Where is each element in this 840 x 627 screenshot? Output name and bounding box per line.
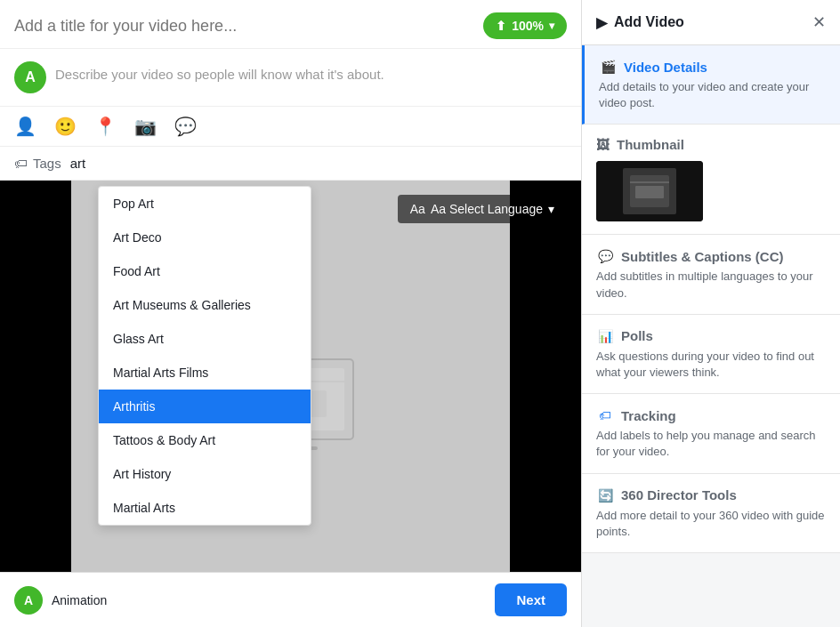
360-tools-icon: 🔄: [596, 486, 614, 504]
upload-button[interactable]: ⬆ 100% ▾: [483, 12, 567, 39]
thumbnail-image[interactable]: [596, 161, 703, 221]
tracking-icon: 🏷: [596, 406, 614, 424]
dropdown-item[interactable]: Martial Arts Films: [99, 356, 311, 390]
section-header-polls: 📊 Polls: [596, 327, 826, 345]
right-panel: ▶ Add Video ✕ 🎬 Video Details Add detail…: [582, 0, 840, 627]
main-layout: ⬆ 100% ▾ A Describe your video so people…: [0, 0, 840, 627]
thumbnail-svg: [596, 161, 703, 221]
section-header-video-details: 🎬 Video Details: [599, 58, 826, 76]
section-item-360-tools[interactable]: 🔄 360 Director Tools Add more detail to …: [582, 474, 840, 553]
dropdown-item[interactable]: Tattoos & Body Art: [99, 423, 311, 457]
tags-input[interactable]: [70, 156, 567, 171]
section-desc-tracking: Add labels to help you manage and search…: [596, 428, 826, 460]
thumbnail-section: 🖼 Thumbnail: [582, 125, 840, 235]
section-desc-polls: Ask questions during your video to find …: [596, 349, 826, 381]
section-title-subtitles: Subtitles & Captions (CC): [621, 249, 784, 264]
video-black-left: [0, 181, 71, 627]
section-desc-subtitles: Add subtitles in multiple languages to y…: [596, 269, 826, 301]
video-black-right: [510, 181, 581, 627]
upload-percent: 100%: [512, 19, 544, 33]
page-name: Animation: [52, 593, 107, 607]
section-header-tracking: 🏷 Tracking: [596, 406, 826, 424]
title-bar: ⬆ 100% ▾: [0, 0, 581, 49]
panel-title: Add Video: [614, 14, 684, 30]
emoji-icon[interactable]: 🙂: [54, 116, 77, 137]
select-language-label: Aa Select Language: [431, 202, 543, 216]
polls-icon: 📊: [596, 327, 614, 345]
location-icon[interactable]: 📍: [94, 116, 117, 137]
bottom-avatar: A: [14, 586, 43, 615]
thumbnail-label: Thumbnail: [617, 137, 684, 152]
right-content: 🎬 Video Details Add details to your vide…: [582, 45, 840, 627]
panel-title-container: ▶ Add Video: [596, 14, 684, 31]
video-icon: ▶: [596, 14, 607, 31]
dropdown-item[interactable]: Food Art: [99, 254, 311, 288]
section-title-polls: Polls: [621, 328, 653, 343]
tags-dropdown: Pop ArtArt DecoFood ArtArt Museums & Gal…: [98, 186, 311, 526]
section-item-polls[interactable]: 📊 Polls Ask questions during your video …: [582, 315, 840, 394]
tags-label: 🏷 Tags: [14, 156, 61, 171]
user-avatar: A: [14, 61, 46, 93]
close-button[interactable]: ✕: [812, 12, 826, 32]
dropdown-item[interactable]: Art Deco: [99, 221, 311, 254]
next-button[interactable]: Next: [495, 583, 567, 616]
tag-icon: 🏷: [14, 156, 28, 171]
bottom-bar: A Animation Next: [0, 572, 581, 627]
subtitles-icon: 💬: [596, 247, 614, 265]
section-header-360-tools: 🔄 360 Director Tools: [596, 486, 826, 504]
photo-icon[interactable]: 📷: [134, 116, 157, 137]
description-placeholder: Describe your video so people will know …: [55, 61, 384, 82]
icon-bar: 👤 🙂 📍 📷 💬: [0, 107, 581, 147]
section-item-subtitles[interactable]: 💬 Subtitles & Captions (CC) Add subtitle…: [582, 235, 840, 314]
section-desc-360-tools: Add more detail to your 360 video with g…: [596, 508, 826, 540]
image-icon: 🖼: [596, 137, 610, 152]
video-details-icon: 🎬: [599, 58, 617, 76]
section-desc-video-details: Add details to your video and create you…: [599, 79, 826, 111]
dropdown-item[interactable]: Martial Arts: [99, 491, 311, 525]
dropdown-item[interactable]: Arthritis: [99, 390, 311, 423]
dropdown-item[interactable]: Glass Art: [99, 322, 311, 356]
section-item-tracking[interactable]: 🏷 Tracking Add labels to help you manage…: [582, 394, 840, 473]
thumbnail-title: 🖼 Thumbnail: [596, 137, 826, 152]
chevron-down-icon: ▾: [548, 202, 554, 216]
description-area: A Describe your video so people will kno…: [0, 49, 581, 107]
upload-icon: ⬆: [496, 19, 506, 33]
dropdown-item[interactable]: Art History: [99, 457, 311, 491]
left-panel: ⬆ 100% ▾ A Describe your video so people…: [0, 0, 582, 627]
tag-people-icon[interactable]: 👤: [14, 116, 36, 137]
dropdown-item[interactable]: Art Museums & Galleries: [99, 288, 311, 322]
section-title-video-details: Video Details: [624, 60, 707, 75]
section-title-tracking: Tracking: [621, 408, 676, 423]
tags-row: 🏷 Tags Pop ArtArt DecoFood ArtArt Museum…: [0, 147, 581, 181]
messenger-icon[interactable]: 💬: [174, 116, 197, 137]
video-title-input[interactable]: [14, 17, 483, 36]
section-title-360-tools: 360 Director Tools: [621, 487, 737, 502]
dropdown-item[interactable]: Pop Art: [99, 187, 311, 221]
chevron-down-icon: ▾: [549, 20, 554, 32]
svg-rect-10: [635, 186, 664, 198]
aa-icon: Aa: [410, 202, 425, 216]
section-header-subtitles: 💬 Subtitles & Captions (CC): [596, 247, 826, 265]
select-language-button[interactable]: Aa Aa Select Language ▾: [398, 195, 567, 223]
right-panel-header: ▶ Add Video ✕: [582, 0, 840, 45]
section-item-video-details[interactable]: 🎬 Video Details Add details to your vide…: [582, 45, 840, 125]
bottom-left: A Animation: [14, 586, 107, 615]
